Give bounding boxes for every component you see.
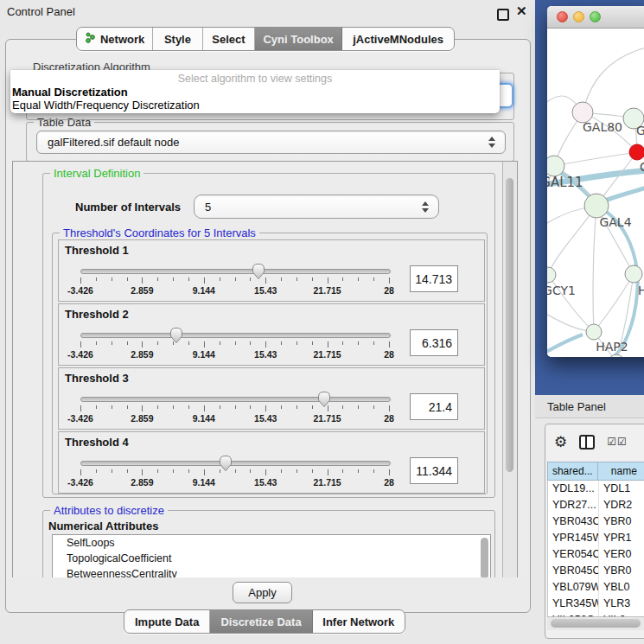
tab-network[interactable]: Network xyxy=(77,28,153,50)
application-window: Control Panel ✕ NetworkStyleSelectCyni T… xyxy=(0,0,644,644)
slider-minor-tick xyxy=(296,469,297,473)
threshold-value-field[interactable]: 14.713 xyxy=(410,265,458,292)
network-window[interactable]: GAL80GACGAL11GAL4GCY1HHAP2 xyxy=(547,6,644,357)
slider-handle[interactable] xyxy=(252,263,265,284)
table-row[interactable]: YBR045CYBR0 xyxy=(548,563,644,579)
table-cell: YLR345W xyxy=(548,596,598,612)
slider-tick-label: 28 xyxy=(363,349,415,360)
threshold-value-field[interactable]: 11.344 xyxy=(410,457,458,484)
number-of-intervals-value: 5 xyxy=(194,201,421,214)
attribute-list-item[interactable]: SelfLoops xyxy=(53,535,490,551)
slider-major-tick xyxy=(204,405,205,411)
attributes-group: Attributes to discretize Numerical Attri… xyxy=(42,510,495,579)
table-row[interactable]: YDL19...YDL1 xyxy=(548,481,644,497)
slider-minor-tick xyxy=(358,469,359,473)
tab-label: Infer Network xyxy=(322,615,394,628)
network-window-titlebar[interactable] xyxy=(547,6,644,29)
number-of-intervals-label: Number of Intervals xyxy=(75,201,181,214)
table-row[interactable]: YBR043CYBR0 xyxy=(548,513,644,530)
network-edge[interactable] xyxy=(547,335,583,353)
slider-major-tick xyxy=(265,469,266,475)
tab-select[interactable]: Select xyxy=(203,28,255,50)
threshold-label: Threshold 3 xyxy=(65,372,129,385)
dropdown-placeholder: Select algorithm to view settings xyxy=(10,70,500,86)
numerical-attributes-list[interactable]: SelfLoopsTopologicalCoefficientBetweenne… xyxy=(52,534,491,579)
slider-minor-tick xyxy=(157,405,158,409)
slider-track[interactable] xyxy=(80,461,391,466)
float-panel-icon[interactable] xyxy=(497,9,509,21)
slider-minor-tick xyxy=(188,405,189,409)
slider-major-tick xyxy=(265,277,266,284)
table-cell: YDL1 xyxy=(598,481,644,497)
network-edge[interactable] xyxy=(554,152,637,166)
slider-minor-tick xyxy=(96,469,97,473)
network-edge[interactable] xyxy=(548,206,596,274)
tab-cyni-toolbox[interactable]: Cyni Toolbox xyxy=(255,28,342,50)
table-hscrollbar-thumb[interactable] xyxy=(551,619,641,628)
table-column-header[interactable]: shared... xyxy=(547,462,598,481)
network-node[interactable] xyxy=(625,265,642,283)
slider-track[interactable] xyxy=(80,333,391,338)
table-row[interactable]: YPR145WYPR1 xyxy=(548,530,644,546)
network-edge[interactable] xyxy=(583,45,644,112)
settings-scrollbar[interactable] xyxy=(502,162,517,578)
slider-major-tick xyxy=(204,341,205,348)
tab-label: Cyni Toolbox xyxy=(263,33,333,46)
table-hscrollbar[interactable] xyxy=(547,616,644,630)
slider-handle[interactable] xyxy=(317,391,331,411)
slider-tick-label: -3.426 xyxy=(54,349,106,360)
threshold-value-field[interactable]: 6.316 xyxy=(410,329,458,356)
close-window-icon[interactable] xyxy=(557,11,568,22)
slider-handle[interactable] xyxy=(169,327,183,348)
slider-track[interactable] xyxy=(80,397,391,402)
tab-impute-data[interactable]: Impute Data xyxy=(124,610,210,633)
number-of-intervals-spinner[interactable]: 5 xyxy=(194,194,439,219)
network-node-label: GA xyxy=(636,124,644,137)
threshold-row: Threshold 3-3.4262.8599.14415.4321.71528… xyxy=(58,367,485,430)
slider-tick-label: 21.715 xyxy=(302,413,354,424)
dropdown-item[interactable]: Manual Discretization xyxy=(10,86,500,99)
select-columns-icon[interactable]: ☑☑ xyxy=(607,436,628,448)
columns-icon[interactable] xyxy=(579,435,595,450)
network-node[interactable] xyxy=(547,267,556,283)
slider-minor-tick xyxy=(112,469,112,473)
table-row[interactable]: YDR27...YDR2 xyxy=(548,497,644,513)
network-node[interactable] xyxy=(586,324,602,340)
slider-minor-tick xyxy=(373,469,374,473)
network-edge[interactable] xyxy=(594,274,634,332)
list-scrollbar-thumb[interactable] xyxy=(481,538,488,579)
close-panel-icon[interactable]: ✕ xyxy=(516,3,527,19)
tab-jactivemnodules[interactable]: jActiveMNodules xyxy=(342,28,454,50)
network-edge[interactable] xyxy=(593,206,596,332)
settings-scrollbar-thumb[interactable] xyxy=(506,178,513,472)
slider-tick-label: -3.426 xyxy=(54,413,106,424)
slider-major-tick xyxy=(142,469,143,475)
network-canvas[interactable]: GAL80GACGAL11GAL4GCY1HHAP2 xyxy=(547,29,644,357)
slider-minor-tick xyxy=(96,405,97,409)
threshold-value-field[interactable]: 21.4 xyxy=(410,393,458,420)
table-column-header[interactable]: name xyxy=(598,462,644,481)
table-row[interactable]: YLR345WYLR3 xyxy=(548,596,644,612)
table-row[interactable]: YER054CYER0 xyxy=(548,546,644,563)
tab-discretize-data[interactable]: Discretize Data xyxy=(210,610,312,633)
slider-track[interactable] xyxy=(80,269,391,274)
slider-handle[interactable] xyxy=(219,455,233,475)
slider-major-tick xyxy=(389,469,390,475)
minimize-window-icon[interactable] xyxy=(573,11,584,22)
slider-minor-tick xyxy=(188,341,189,345)
apply-button[interactable]: Apply xyxy=(233,582,292,603)
table-cell: YER054C xyxy=(548,546,598,563)
slider-minor-tick xyxy=(358,405,359,409)
gear-icon[interactable]: ⚙ xyxy=(554,435,567,450)
table-cell: YDL19... xyxy=(548,481,598,497)
maximize-window-icon[interactable] xyxy=(590,11,601,22)
tab-style[interactable]: Style xyxy=(153,28,202,50)
attribute-list-item[interactable]: TopologicalCoefficient xyxy=(53,551,490,566)
table-data-combobox[interactable]: galFiltered.sif default node xyxy=(36,131,506,154)
table-row[interactable]: YBL079WYBL0 xyxy=(548,579,644,596)
tab-infer-network[interactable]: Infer Network xyxy=(313,610,405,633)
dropdown-item[interactable]: Equal Width/Frequency Discretization xyxy=(10,99,500,112)
network-node[interactable] xyxy=(584,194,609,218)
network-node[interactable] xyxy=(547,156,564,176)
network-node[interactable] xyxy=(629,144,644,160)
